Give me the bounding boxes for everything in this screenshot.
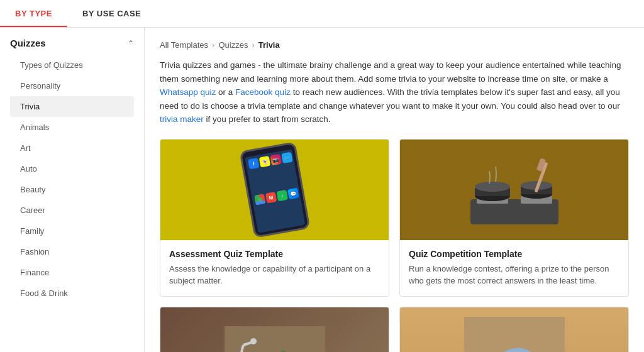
whatsapp-quiz-link[interactable]: Whatsapp quiz	[160, 87, 216, 97]
card-assessment-body: Assessment Quiz Template Assess the know…	[160, 240, 389, 296]
sidebar-section-title: Quizzes	[10, 38, 46, 48]
card-health[interactable]	[160, 307, 389, 352]
card-competition-body: Quiz Competition Template Run a knowledg…	[400, 240, 628, 296]
card-assessment-desc: Assess the knowledge or capability of a …	[169, 263, 380, 287]
phone-screen: f 👻 📷 🐦 M ♪ 💬	[245, 149, 305, 233]
chevron-up-icon[interactable]: ⌃	[128, 39, 134, 48]
sidebar-item-food-drink[interactable]: Food & Drink	[10, 283, 134, 304]
card-assessment-title: Assessment Quiz Template	[169, 249, 380, 259]
trivia-maker-link[interactable]: trivia maker	[160, 114, 204, 124]
sidebar-item-trivia[interactable]: Trivia	[10, 96, 134, 117]
breadcrumb-sep-1: ›	[212, 40, 214, 50]
messenger-app-icon: 💬	[287, 188, 299, 200]
sidebar-item-animals[interactable]: Animals	[10, 117, 134, 138]
twitter-app-icon: 🐦	[281, 152, 293, 164]
sidebar-item-auto[interactable]: Auto	[10, 158, 134, 179]
sidebar-item-beauty[interactable]: Beauty	[10, 179, 134, 200]
cooking-svg	[464, 149, 565, 231]
instagram-app-icon: 📷	[270, 154, 282, 166]
svg-point-5	[475, 182, 510, 192]
tab-by-use-case[interactable]: BY USE CASE	[67, 0, 156, 27]
phone-mockup-container: f 👻 📷 🐦 M ♪ 💬	[239, 141, 310, 238]
svg-rect-11	[225, 326, 325, 352]
description-text-2: or a	[216, 87, 235, 97]
svg-rect-23	[464, 317, 565, 352]
svg-point-22	[250, 338, 257, 344]
card-competition-image	[400, 140, 628, 240]
phone-mockup: f 👻 📷 🐦 M ♪ 💬	[239, 141, 310, 238]
card-competition-desc: Run a knowledge contest, offering a priz…	[409, 263, 619, 287]
sidebar-item-career[interactable]: Career	[10, 200, 134, 221]
spotify-app-icon: ♪	[276, 190, 288, 202]
sidebar: Quizzes ⌃ Types of Quizzes Personality T…	[0, 28, 145, 352]
breadcrumb-sep-2: ›	[252, 40, 254, 50]
breadcrumb-all-templates[interactable]: All Templates	[160, 40, 208, 50]
breadcrumb: All Templates › Quizzes › Trivia	[160, 40, 629, 50]
description-text-4: if you prefer to start from scratch.	[204, 114, 331, 124]
page-description: Trivia quizzes and games - the ultimate …	[160, 58, 629, 126]
sidebar-item-fashion[interactable]: Fashion	[10, 241, 134, 262]
sidebar-item-family[interactable]: Family	[10, 221, 134, 241]
chrome-app-icon	[254, 194, 266, 206]
tab-by-type[interactable]: BY TYPE	[0, 0, 67, 27]
sidebar-item-art[interactable]: Art	[10, 138, 134, 158]
gmail-app-icon: M	[265, 192, 277, 204]
breadcrumb-current: Trivia	[258, 40, 280, 50]
card-assessment-quiz[interactable]: f 👻 📷 🐦 M ♪ 💬 As	[160, 139, 389, 297]
car-svg	[464, 317, 565, 352]
sidebar-item-personality[interactable]: Personality	[10, 75, 134, 96]
main-layout: Quizzes ⌃ Types of Quizzes Personality T…	[0, 28, 644, 352]
breadcrumb-quizzes[interactable]: Quizzes	[218, 40, 248, 50]
card-quiz-competition[interactable]: Quiz Competition Template Run a knowledg…	[399, 139, 629, 297]
card-car[interactable]	[399, 307, 629, 352]
content-area: All Templates › Quizzes › Trivia Trivia …	[145, 28, 644, 352]
card-assessment-image: f 👻 📷 🐦 M ♪ 💬	[160, 140, 389, 240]
card-health-image	[160, 307, 389, 352]
facebook-quiz-link[interactable]: Facebook quiz	[235, 87, 291, 97]
cards-grid: f 👻 📷 🐦 M ♪ 💬 As	[160, 139, 629, 352]
snapchat-app-icon: 👻	[258, 156, 270, 168]
health-svg	[225, 326, 325, 352]
sidebar-item-finance[interactable]: Finance	[10, 262, 134, 283]
card-car-image	[400, 307, 628, 352]
sidebar-section-quizzes: Quizzes ⌃ Types of Quizzes Personality T…	[0, 28, 144, 304]
facebook-app-icon: f	[247, 158, 259, 170]
sidebar-section-header: Quizzes ⌃	[10, 38, 134, 48]
top-nav: BY TYPE BY USE CASE	[0, 0, 644, 28]
sidebar-item-types-of-quizzes[interactable]: Types of Quizzes	[10, 55, 134, 75]
card-competition-title: Quiz Competition Template	[409, 249, 619, 259]
description-text-1: Trivia quizzes and games - the ultimate …	[160, 60, 621, 84]
